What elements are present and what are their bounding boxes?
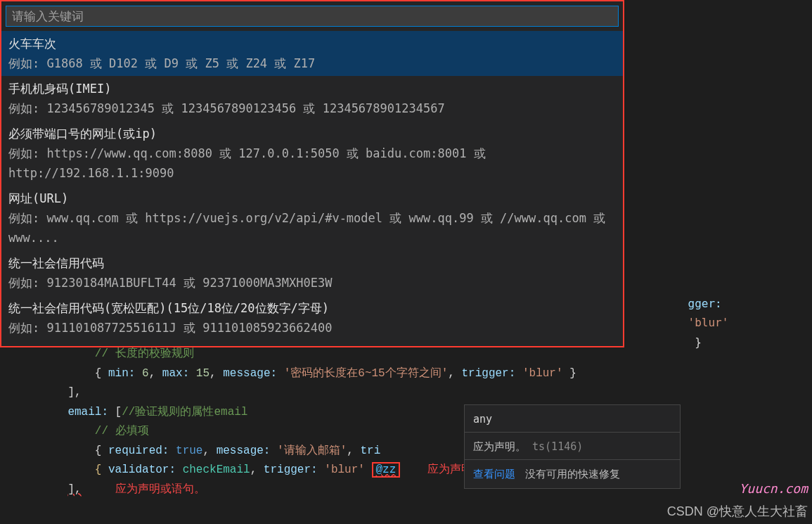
quick-pick-item-example: 例如: https://www.qq.com:8080 或 127.0.0.1:… — [8, 143, 616, 183]
error-msg-statement: 应为声明或语句。 — [115, 483, 205, 496]
quick-pick-item[interactable]: 必须带端口号的网址(或ip)例如: https://www.qq.com:808… — [1, 121, 623, 186]
quick-pick-item-title: 必须带端口号的网址(或ip) — [8, 124, 616, 143]
quick-pick-item-title: 手机机身码(IMEI) — [8, 79, 616, 98]
view-problem-link[interactable]: 查看问题 — [473, 464, 515, 484]
quick-pick-item-title: 网址(URL) — [8, 188, 616, 208]
quick-pick-list: 火车车次例如: G1868 或 D102 或 D9 或 Z5 或 Z24 或 Z… — [1, 31, 623, 340]
hover-message: 应为声明。 ts(1146) — [465, 433, 680, 460]
hover-type: any — [465, 405, 680, 433]
no-quick-fix-label: 没有可用的快速修复 — [525, 464, 620, 484]
csdn-watermark: CSDN @快意人生大社畜 — [667, 503, 808, 520]
quick-pick-item[interactable]: 手机机身码(IMEI)例如: 123456789012345 或 1234567… — [1, 76, 623, 121]
hover-tooltip: any 应为声明。 ts(1146) 查看问题 没有可用的快速修复 — [464, 404, 681, 489]
quick-pick-input[interactable] — [6, 6, 619, 27]
quick-pick-item-example: 例如: 123456789012345 或 1234567890123456 或… — [8, 98, 616, 118]
quick-pick-item-example: 例如: www.qq.com 或 https://vuejs.org/v2/ap… — [8, 208, 616, 248]
site-watermark: Yuucn.com — [739, 481, 808, 496]
quick-pick-item-example: 例如: 91110108772551611J 或 911101085923662… — [8, 318, 616, 338]
error-atzz[interactable]: @zz — [372, 462, 401, 478]
quick-pick-item[interactable]: 统一社会信用代码(宽松匹配)(15位/18位/20位数字/字母)例如: 9111… — [1, 295, 623, 340]
quick-pick-panel: 火车车次例如: G1868 或 D102 或 D9 或 Z5 或 Z24 或 Z… — [0, 0, 624, 347]
quick-pick-item-title: 统一社会信用代码(宽松匹配)(15位/18位/20位数字/字母) — [8, 298, 616, 318]
quick-pick-item[interactable]: 统一社会信用代码例如: 91230184MA1BUFLT44 或 9237100… — [1, 250, 623, 295]
quick-pick-item[interactable]: 火车车次例如: G1868 或 D102 或 D9 或 Z5 或 Z24 或 Z… — [1, 31, 623, 76]
quick-pick-item[interactable]: 网址(URL)例如: www.qq.com 或 https://vuejs.or… — [1, 186, 623, 250]
quick-pick-item-example: 例如: 91230184MA1BUFLT44 或 92371000MA3MXH0… — [8, 273, 616, 293]
quick-pick-item-title: 火车车次 — [8, 34, 616, 53]
quick-pick-item-example: 例如: G1868 或 D102 或 D9 或 Z5 或 Z24 或 Z17 — [8, 53, 616, 73]
quick-pick-item-title: 统一社会信用代码 — [8, 253, 616, 273]
prop-email: email: — [67, 406, 108, 418]
